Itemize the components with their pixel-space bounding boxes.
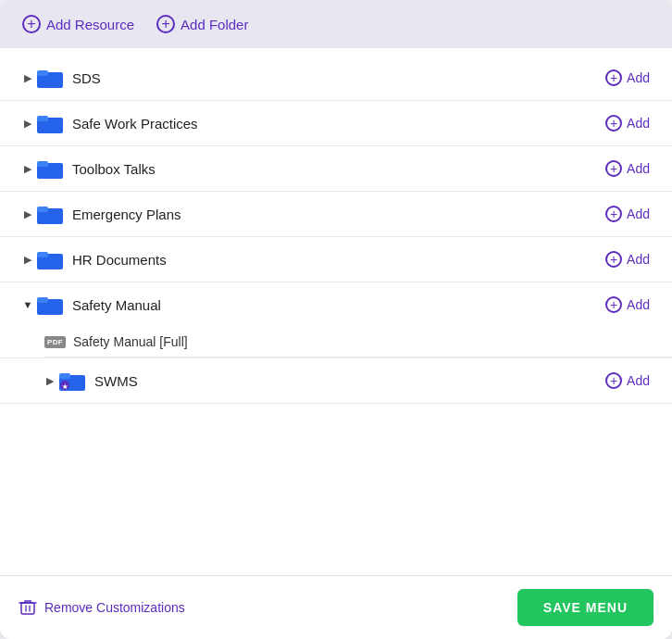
svg-rect-13 (59, 373, 70, 379)
tree-item-sds: ▶ SDS + Add (0, 56, 672, 101)
add-safe-work-icon: + (605, 115, 622, 132)
chevron-safe-work[interactable]: ▶ (19, 114, 37, 132)
add-resource-label: Add Resource (46, 17, 134, 32)
add-folder-label: Add Folder (180, 17, 248, 32)
add-resource-icon: + (22, 15, 41, 33)
tree-row-safe-work: ▶ Safe Work Practices + Add (0, 101, 672, 145)
add-emergency-label: Add (627, 207, 650, 221)
add-safe-work-label: Add (627, 116, 650, 131)
chevron-swms[interactable]: ▶ (41, 371, 59, 390)
folder-icon-toolbox (37, 158, 63, 179)
add-hr-label: Add (627, 252, 650, 267)
svg-rect-9 (37, 252, 48, 257)
folder-icon-swms: ★ (59, 370, 85, 391)
add-swms-button[interactable]: + Add (598, 369, 657, 393)
toolbox-label: Toolbox Talks (72, 161, 598, 177)
sds-label: SDS (72, 70, 598, 86)
tree-row-hr: ▶ HR Documents + Add (0, 237, 672, 282)
hr-label: HR Documents (72, 252, 598, 268)
remove-customizations-button[interactable]: Remove Customizations (19, 598, 185, 617)
safety-manual-label: Safety Manual (72, 297, 598, 313)
add-emergency-icon: + (605, 206, 622, 222)
chevron-emergency[interactable]: ▶ (19, 205, 37, 223)
tree-row-sds: ▶ SDS + Add (0, 56, 672, 100)
tree-item-safe-work: ▶ Safe Work Practices + Add (0, 101, 672, 146)
safe-work-label: Safe Work Practices (72, 116, 598, 132)
add-toolbox-label: Add (627, 161, 650, 176)
chevron-toolbox[interactable]: ▶ (19, 159, 37, 178)
folder-icon-sds (37, 68, 63, 88)
svg-rect-16 (21, 603, 34, 614)
toolbar: + Add Resource + Add Folder (0, 0, 672, 48)
safety-manual-full-label: Safety Manual [Full] (73, 334, 188, 349)
folder-icon-hr (37, 249, 63, 269)
add-folder-button[interactable]: + Add Folder (156, 11, 248, 37)
add-folder-icon: + (156, 15, 175, 33)
swms-label: SWMS (94, 373, 598, 389)
add-sds-button[interactable]: + Add (598, 66, 657, 90)
add-safety-manual-icon: + (605, 296, 622, 313)
tree-row-swms: ▶ ★ SWMS + Add (0, 358, 672, 403)
add-sds-label: Add (627, 70, 650, 85)
add-resource-button[interactable]: + Add Resource (22, 11, 134, 37)
add-hr-button[interactable]: + Add (598, 247, 657, 271)
tree-item-toolbox: ▶ Toolbox Talks + Add (0, 146, 672, 192)
emergency-label: Emergency Plans (72, 207, 598, 222)
main-container: + Add Resource + Add Folder ▶ SDS + (0, 0, 672, 639)
add-swms-icon: + (605, 372, 622, 389)
save-menu-label: SAVE MENU (543, 600, 628, 615)
chevron-hr[interactable]: ▶ (19, 250, 37, 269)
tree-item-hr: ▶ HR Documents + Add (0, 237, 672, 282)
add-emergency-button[interactable]: + Add (598, 202, 657, 226)
tree-content: ▶ SDS + Add ▶ (0, 48, 672, 575)
footer: Remove Customizations SAVE MENU (0, 575, 672, 639)
svg-rect-1 (37, 70, 48, 76)
add-safety-manual-label: Add (627, 297, 650, 312)
safety-manual-children: PDF Safety Manual [Full] (0, 327, 672, 357)
save-menu-button[interactable]: SAVE MENU (517, 589, 653, 626)
add-sds-icon: + (605, 69, 622, 86)
add-safety-manual-button[interactable]: + Add (598, 293, 657, 317)
add-toolbox-button[interactable]: + Add (598, 157, 657, 181)
tree-item-swms: ▶ ★ SWMS + Add (0, 358, 672, 404)
tree-item-emergency: ▶ Emergency Plans + Add (0, 192, 672, 237)
svg-rect-5 (37, 161, 48, 167)
add-safe-work-button[interactable]: + Add (598, 111, 657, 135)
folder-icon-safety-manual (37, 294, 63, 315)
add-swms-label: Add (627, 373, 650, 388)
svg-rect-3 (37, 116, 48, 121)
svg-text:★: ★ (62, 383, 68, 390)
chevron-sds[interactable]: ▶ (19, 69, 37, 87)
svg-rect-11 (37, 297, 48, 303)
folder-icon-emergency (37, 204, 63, 224)
add-hr-icon: + (605, 251, 622, 268)
tree-row-emergency: ▶ Emergency Plans + Add (0, 192, 672, 236)
svg-rect-17 (20, 602, 24, 604)
pdf-badge: PDF (44, 336, 66, 348)
tree-row-safety-manual: ▼ Safety Manual + Add (0, 282, 672, 327)
tree-item-safety-manual: ▼ Safety Manual + Add PDF Safety Manua (0, 282, 672, 358)
tree-row-toolbox: ▶ Toolbox Talks + Add (0, 146, 672, 191)
add-toolbox-icon: + (605, 160, 622, 177)
svg-rect-7 (37, 207, 48, 212)
trash-icon (19, 598, 37, 617)
folder-icon-safe-work (37, 113, 63, 133)
remove-customizations-label: Remove Customizations (44, 600, 185, 615)
chevron-safety-manual[interactable]: ▼ (19, 295, 37, 314)
child-safety-manual-full: PDF Safety Manual [Full] (44, 327, 672, 357)
